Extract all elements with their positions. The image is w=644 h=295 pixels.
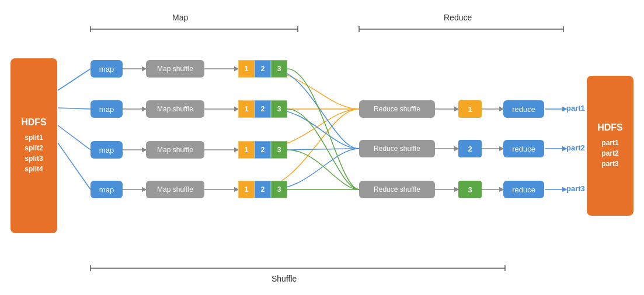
part-3-2: 2 — [255, 141, 271, 159]
part3-out: part3 — [566, 184, 585, 193]
reduce-shuffle-2: Reduce shuffle — [359, 140, 435, 157]
partition-group-2: 1 2 3 — [238, 100, 287, 118]
part-2-2: 2 — [255, 100, 271, 118]
part2-out: part2 — [566, 143, 585, 152]
map-section-label: Map — [172, 13, 188, 22]
svg-line-9 — [58, 69, 90, 90]
split3-label: split3 — [25, 154, 43, 163]
svg-line-12 — [58, 143, 90, 189]
part-1-2: 2 — [255, 60, 271, 78]
shuffle-label: Shuffle — [271, 274, 297, 283]
part3-hdfs-label: part3 — [601, 160, 618, 168]
split1-label: split1 — [25, 134, 43, 142]
part-4-2: 2 — [255, 181, 271, 198]
map-node-4: map — [90, 181, 123, 198]
part1-hdfs-label: part1 — [601, 139, 618, 147]
part-2-3: 3 — [271, 100, 287, 118]
part-4-1: 1 — [238, 181, 255, 198]
hdfs-right: HDFS part1 part2 part3 — [587, 76, 633, 216]
map-shuffle-2: Map shuffle — [146, 100, 204, 118]
map-node-3: map — [90, 141, 123, 159]
part-3-3: 3 — [271, 141, 287, 159]
svg-line-10 — [58, 108, 90, 109]
reduce-val-1: 1 — [458, 100, 482, 118]
reduce-node-2: reduce — [503, 140, 544, 157]
hdfs-right-title: HDFS — [597, 122, 623, 133]
diagram: Map Reduce Shuffle HDFS split1 split2 sp… — [0, 0, 644, 295]
reduce-node-3: reduce — [503, 181, 544, 198]
map-shuffle-1: Map shuffle — [146, 60, 204, 78]
part-3-1: 1 — [238, 141, 255, 159]
reduce-val-2: 2 — [458, 140, 482, 157]
split2-label: split2 — [25, 144, 43, 152]
reduce-shuffle-1: Reduce shuffle — [359, 100, 435, 118]
split4-label: split4 — [25, 165, 43, 173]
part-4-3: 3 — [271, 181, 287, 198]
map-shuffle-4: Map shuffle — [146, 181, 204, 198]
map-shuffle-3: Map shuffle — [146, 141, 204, 159]
hdfs-left: HDFS split1 split2 split3 split4 — [11, 58, 57, 233]
reduce-node-1: reduce — [503, 100, 544, 118]
reduce-val-3: 3 — [458, 181, 482, 198]
partition-group-3: 1 2 3 — [238, 141, 287, 159]
partition-group-1: 1 2 3 — [238, 60, 287, 78]
map-node-1: map — [90, 60, 123, 78]
part-1-3: 3 — [271, 60, 287, 78]
part-1-1: 1 — [238, 60, 255, 78]
part2-hdfs-label: part2 — [601, 149, 618, 157]
part-2-1: 1 — [238, 100, 255, 118]
reduce-section-label: Reduce — [444, 13, 472, 22]
map-node-2: map — [90, 100, 123, 118]
reduce-shuffle-3: Reduce shuffle — [359, 181, 435, 198]
svg-line-11 — [58, 125, 90, 150]
hdfs-left-title: HDFS — [21, 117, 47, 128]
part1-out: part1 — [566, 104, 585, 113]
partition-group-4: 1 2 3 — [238, 181, 287, 198]
